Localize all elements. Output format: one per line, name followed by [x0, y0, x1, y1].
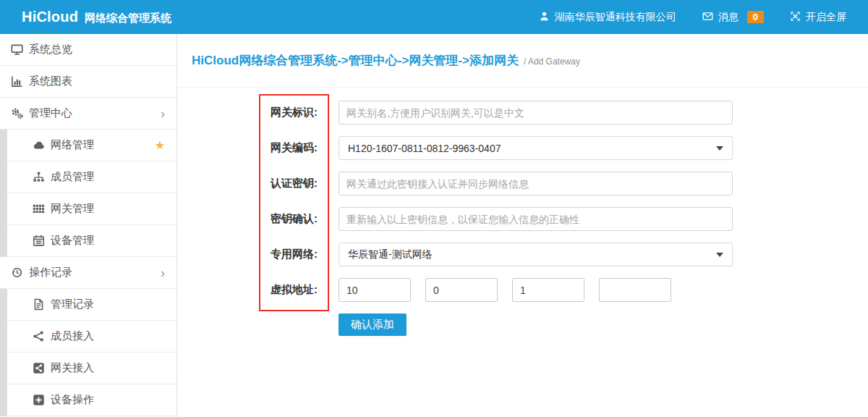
breadcrumb-bar: HiCloud网络综合管理系统->管理中心->网关管理->添加网关 / Add … — [178, 34, 868, 88]
gateway-name-input[interactable] — [339, 101, 733, 125]
form-row-gateway-code: 网关编码: H120-1607-0811-0812-9963-0407 — [178, 136, 868, 160]
sidebar-item-label: 网关管理 — [51, 202, 94, 216]
sidebar-item-member-management[interactable]: 成员管理 — [0, 161, 176, 193]
sidebar-item-gateway-management[interactable]: 网关管理 — [0, 193, 176, 225]
virtual-address-label: 虚拟地址: — [259, 283, 329, 297]
messages-button[interactable]: 消息 0 — [702, 11, 764, 24]
sidebar-item-label: 管理中心 — [29, 106, 72, 120]
private-network-label: 专用网络: — [259, 248, 329, 261]
user-icon — [539, 11, 550, 24]
virtual-address-octet-1[interactable] — [339, 278, 411, 302]
form-row-auth-key: 认证密钥: — [178, 172, 868, 195]
expand-icon — [790, 11, 801, 24]
document-icon — [33, 298, 45, 311]
messages-count-badge: 0 — [747, 11, 764, 23]
breadcrumb[interactable]: HiCloud网络综合管理系统->管理中心->网关管理->添加网关 — [192, 52, 519, 69]
form-row-private-network: 专用网络: 华辰智通-测试网络 — [178, 243, 868, 266]
sidebar-item-gateway-access[interactable]: 网关接入 — [0, 353, 176, 384]
bar-chart-icon — [11, 75, 23, 88]
form-row-gateway-name: 网关标识: — [178, 101, 868, 125]
app-logo: HiCloud 网络综合管理系统 — [22, 9, 171, 25]
private-network-select[interactable]: 华辰智通-测试网络 — [339, 243, 733, 266]
key-confirm-label: 密钥确认: — [259, 212, 329, 226]
star-icon: ★ — [155, 140, 165, 151]
caret-down-icon — [716, 146, 723, 151]
confirm-add-button[interactable]: 确认添加 — [339, 313, 407, 336]
cloud-icon — [33, 139, 45, 151]
messages-label: 消息 — [718, 11, 739, 24]
sidebar-item-system-overview[interactable]: 系统总览 — [0, 34, 176, 66]
chevron-right-icon: › — [161, 107, 165, 120]
sidebar-item-label: 系统总览 — [29, 43, 72, 56]
sidebar-item-label: 设备管理 — [51, 234, 94, 248]
sidebar-item-system-charts[interactable]: 系统图表 — [0, 66, 176, 98]
grid-icon — [33, 203, 45, 215]
gateway-code-label: 网关编码: — [259, 141, 329, 155]
key-confirm-input[interactable] — [339, 207, 733, 231]
sidebar-item-device-operations[interactable]: 设备操作 — [0, 384, 176, 416]
sidebar-item-label: 成员接入 — [51, 329, 94, 343]
share-icon — [33, 330, 45, 342]
sidebar-item-label: 设备操作 — [51, 393, 94, 407]
main-content: HiCloud网络综合管理系统->管理中心->网关管理->添加网关 / Add … — [178, 34, 868, 417]
virtual-address-octet-3[interactable] — [512, 278, 584, 302]
form-row-key-confirm: 密钥确认: — [178, 207, 868, 231]
private-network-value: 华辰智通-测试网络 — [348, 248, 433, 261]
fullscreen-label: 开启全屏 — [806, 11, 846, 24]
envelope-icon — [702, 11, 713, 24]
sidebar-item-management-center[interactable]: 管理中心 › — [0, 98, 176, 130]
sidebar-item-label: 成员管理 — [51, 170, 94, 184]
sidebar-item-management-records[interactable]: 管理记录 — [0, 289, 176, 321]
company-name: 湖南华辰智通科技有限公司 — [555, 11, 676, 24]
share-square-icon — [33, 362, 45, 374]
sidebar-item-member-access[interactable]: 成员接入 — [0, 321, 176, 353]
sidebar-item-label: 操作记录 — [29, 266, 72, 279]
topbar: HiCloud 网络综合管理系统 湖南华辰智通科技有限公司 消息 0 开启全屏 — [0, 0, 868, 34]
sidebar-item-operation-records[interactable]: 操作记录 › — [0, 257, 176, 289]
virtual-address-octet-4[interactable] — [599, 278, 671, 302]
logo-primary: HiCloud — [22, 9, 78, 25]
add-gateway-form: 网关标识: 网关编码: H120-1607-0811-0812-9963-040… — [178, 88, 868, 336]
sidebar-item-device-management[interactable]: 设备管理 — [0, 225, 176, 257]
fullscreen-button[interactable]: 开启全屏 — [790, 11, 846, 24]
gateway-code-select[interactable]: H120-1607-0811-0812-9963-0407 — [339, 136, 733, 160]
company-menu[interactable]: 湖南华辰智通科技有限公司 — [539, 11, 676, 24]
sitemap-icon — [33, 171, 45, 183]
sidebar-item-label: 系统图表 — [29, 75, 72, 88]
topbar-right: 湖南华辰智通科技有限公司 消息 0 开启全屏 — [539, 11, 846, 24]
caret-down-icon — [716, 253, 723, 257]
sidebar-item-label: 网关接入 — [51, 361, 94, 375]
auth-key-label: 认证密钥: — [259, 177, 329, 190]
chevron-right-icon: › — [161, 266, 165, 279]
gateway-code-value: H120-1607-0811-0812-9963-0407 — [348, 143, 501, 154]
form-row-virtual-address: 虚拟地址: — [178, 278, 868, 302]
sidebar-item-label: 管理记录 — [51, 298, 94, 311]
sidebar: 系统总览 系统图表 管理中心 › 网络管理 ★ 成员管理 网关管理 设备管理 操… — [0, 34, 177, 417]
logo-secondary: 网络综合管理系统 — [85, 12, 171, 25]
gears-icon — [11, 107, 23, 119]
history-icon — [11, 266, 23, 279]
breadcrumb-suffix: / Add Gateway — [524, 54, 580, 67]
sidebar-item-network-management[interactable]: 网络管理 ★ — [0, 130, 176, 161]
plus-square-icon — [33, 394, 45, 406]
virtual-address-octet-2[interactable] — [425, 278, 498, 302]
calendar-icon — [33, 235, 45, 247]
sidebar-item-label: 网络管理 — [51, 138, 94, 152]
auth-key-input[interactable] — [339, 172, 733, 195]
monitor-icon — [11, 43, 23, 56]
gateway-name-label: 网关标识: — [259, 106, 329, 119]
